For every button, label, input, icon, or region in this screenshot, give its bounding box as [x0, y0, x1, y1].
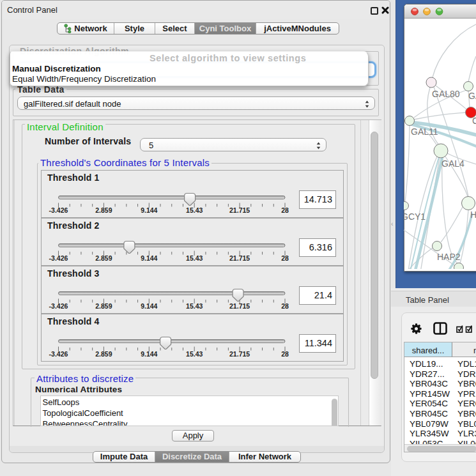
svg-text:GAL80: GAL80	[432, 89, 460, 99]
svg-text:9.144: 9.144	[141, 254, 157, 262]
svg-text:15.43: 15.43	[186, 302, 203, 310]
svg-text:21.715: 21.715	[229, 350, 250, 358]
svg-text:9.144: 9.144	[141, 302, 157, 310]
svg-text:28: 28	[281, 254, 289, 262]
svg-text:2.859: 2.859	[95, 302, 112, 310]
svg-text:2.859: 2.859	[95, 350, 112, 358]
svg-text:28: 28	[281, 206, 289, 214]
svg-text:-3.426: -3.426	[49, 350, 68, 358]
svg-text:15.43: 15.43	[186, 350, 203, 358]
svg-text:15.43: 15.43	[186, 254, 203, 262]
svg-text:15.43: 15.43	[186, 206, 203, 214]
svg-text:28: 28	[281, 302, 289, 310]
svg-text:21.715: 21.715	[229, 254, 250, 262]
svg-text:C: C	[472, 116, 476, 126]
svg-text:H: H	[470, 210, 476, 220]
svg-text:GCY1: GCY1	[404, 211, 426, 222]
svg-text:9.144: 9.144	[141, 206, 157, 214]
svg-text:-3.426: -3.426	[49, 206, 68, 214]
svg-text:21.715: 21.715	[229, 206, 250, 214]
svg-text:28: 28	[281, 350, 289, 358]
svg-text:2.859: 2.859	[95, 206, 112, 214]
svg-text:HAP2: HAP2	[437, 252, 461, 262]
svg-text:GA: GA	[468, 91, 476, 101]
svg-text:-3.426: -3.426	[49, 302, 68, 310]
svg-text:21.715: 21.715	[229, 302, 250, 310]
svg-text:2.859: 2.859	[95, 254, 112, 262]
svg-text:-3.426: -3.426	[49, 254, 68, 262]
svg-text:GAL11: GAL11	[411, 127, 438, 137]
svg-text:9.144: 9.144	[141, 350, 157, 358]
svg-text:GAL4: GAL4	[441, 158, 464, 169]
